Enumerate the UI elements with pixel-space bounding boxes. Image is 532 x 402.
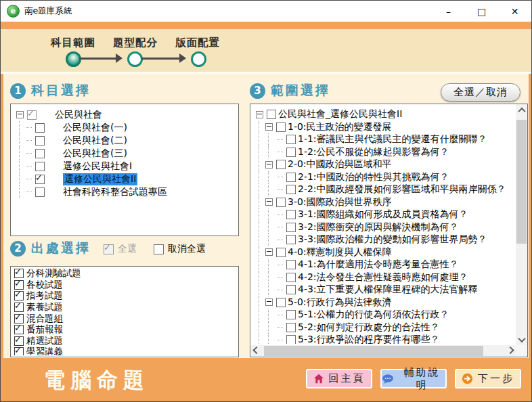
item-checkbox[interactable] (35, 175, 45, 184)
range-tree-item[interactable]: 1-0:民主政治的變遷發展 (252, 121, 514, 134)
collapse-toggle-icon[interactable] (256, 111, 263, 118)
item-checkbox[interactable] (286, 210, 296, 219)
item-checkbox[interactable] (35, 149, 45, 158)
subject-tree-item[interactable]: 選修公民與社會I (12, 160, 237, 173)
item-label[interactable]: 4-0:釋憲制度與人權保障 (288, 246, 392, 259)
item-checkbox[interactable] (14, 303, 24, 312)
item-checkbox[interactable] (276, 198, 286, 207)
item-checkbox[interactable] (286, 260, 296, 269)
range-tree-item[interactable]: 4-2:法令發生合憲性疑義時應如何處理？ (252, 271, 514, 284)
source-list-item[interactable]: 精選試題 (12, 336, 237, 347)
range-tree-item[interactable]: 4-0:釋憲制度與人權保障 (252, 246, 514, 259)
item-checkbox[interactable] (35, 162, 45, 171)
deselect-all-checkbox[interactable]: 取消全選 (154, 243, 206, 255)
item-label[interactable]: 公民與社會(二) (63, 135, 127, 147)
item-checkbox[interactable] (286, 273, 296, 282)
range-tree-item[interactable]: 5-2:如何判定行政處分的合法性？ (252, 321, 514, 334)
item-label[interactable]: 2-2:中國政經發展如何影響區域和平與兩岸關係？ (298, 183, 506, 196)
range-tree-item[interactable]: 1-2:公民不服從的緣起與影響為何？ (252, 146, 514, 159)
range-tree-item[interactable]: 5-3:行政爭訟的程序要件有哪些？ (252, 334, 514, 344)
item-label[interactable]: 3-3:國際政治權力的變動如何影響世界局勢？ (298, 233, 487, 246)
item-label[interactable]: 5-1:公權力的行使為何須依法行政？ (298, 309, 449, 321)
range-tree-item[interactable]: 2-2:中國政經發展如何影響區域和平與兩岸關係？ (252, 183, 514, 196)
item-label[interactable]: 5-2:如何判定行政處分的合法性？ (298, 321, 440, 334)
item-label[interactable]: 4-3:立下重要人權保障里程碑的大法官解釋 (298, 284, 478, 296)
scroll-right-icon[interactable] (504, 345, 516, 357)
item-label[interactable]: 選修公民與社會I (63, 160, 132, 173)
item-checkbox[interactable] (27, 110, 37, 120)
horizontal-scrollbar[interactable] (250, 345, 516, 357)
item-checkbox[interactable] (286, 223, 296, 232)
range-tree-item[interactable]: 2-0:中國政治與區域和平 (252, 158, 514, 171)
item-checkbox[interactable] (276, 122, 286, 132)
item-label[interactable]: 1-0:民主政治的變遷發展 (288, 121, 392, 133)
range-tree-item[interactable]: 3-2:國際衝突的原因與解決機制為何？ (252, 221, 514, 234)
item-label[interactable]: 4-1:為什麼適用法令時應考量合憲性？ (298, 259, 459, 271)
subject-tree-item[interactable]: 公民與社會(二) (12, 134, 237, 147)
scroll-left-icon[interactable] (250, 345, 262, 357)
toggle-all-button[interactable]: 全選／取消 (441, 83, 520, 102)
item-checkbox[interactable] (286, 135, 296, 144)
range-tree-item[interactable]: 3-3:國際政治權力的變動如何影響世界局勢？ (252, 233, 514, 246)
range-tree-item[interactable]: 4-3:立下重要人權保障里程碑的大法官解釋 (252, 284, 514, 296)
item-label[interactable]: 4-2:法令發生合憲性疑義時應如何處理？ (298, 271, 468, 284)
maximize-button[interactable]: □ (465, 1, 498, 22)
range-tree-item[interactable]: 5-0:行政行為與法律救濟 (252, 296, 514, 309)
item-label[interactable]: 公民與社會(一) (63, 122, 127, 134)
item-checkbox[interactable] (286, 285, 296, 294)
collapse-toggle-icon[interactable] (16, 111, 24, 118)
item-checkbox[interactable] (286, 173, 296, 182)
subject-tree-item[interactable]: 公民與社會(三) (12, 147, 237, 160)
subject-tree-item[interactable]: 公民與社會 (12, 108, 237, 121)
range-tree-item[interactable]: 4-1:為什麼適用法令時應考量合憲性？ (252, 259, 514, 271)
item-checkbox[interactable] (14, 347, 24, 355)
source-list-item[interactable]: 各校試題 (12, 280, 237, 291)
collapse-toggle-icon[interactable] (265, 161, 273, 169)
item-checkbox[interactable] (35, 136, 45, 146)
item-checkbox[interactable] (35, 123, 45, 133)
item-label[interactable]: 3-1:國際組織如何形成及成員資格為何？ (298, 208, 468, 221)
minimize-button[interactable]: – (432, 1, 465, 22)
item-label[interactable]: 1-1:審議民主與代議民主的變遷有什麼關聯？ (298, 133, 487, 146)
source-list-item[interactable]: 學習講義 (12, 347, 237, 355)
item-checkbox[interactable] (276, 248, 286, 257)
collapse-toggle-icon[interactable] (265, 198, 273, 206)
item-checkbox[interactable] (286, 148, 296, 157)
item-label[interactable]: 5-3:行政爭訟的程序要件有哪些？ (298, 334, 440, 344)
source-list-item[interactable]: 番茄報報 (12, 324, 237, 336)
source-list-item[interactable]: 指考試題 (12, 290, 237, 302)
item-label[interactable]: 社會科跨科整合試題專區 (63, 186, 167, 198)
item-label[interactable]: 1-2:公民不服從的緣起與影響為何？ (298, 146, 449, 158)
range-tree-item[interactable]: 公民與社會_選修公民與社會II (252, 108, 514, 121)
item-label[interactable]: 3-0:國際政治與世界秩序 (288, 196, 392, 208)
item-label[interactable]: 公民與社會_選修公民與社會II (278, 108, 402, 120)
item-checkbox[interactable] (276, 298, 286, 307)
collapse-toggle-icon[interactable] (265, 248, 273, 256)
checkbox-icon[interactable] (154, 244, 164, 254)
range-tree-item[interactable]: 2-1:中國政治的特性與其挑戰為何？ (252, 171, 514, 184)
item-checkbox[interactable] (14, 336, 24, 346)
subject-tree-item[interactable]: 公民與社會(一) (12, 121, 237, 134)
vertical-scrollbar[interactable] (516, 104, 527, 345)
home-button[interactable]: 回主頁 (306, 369, 372, 388)
item-label[interactable]: 3-2:國際衝突的原因與解決機制為何？ (298, 221, 459, 233)
help-button[interactable]: 輔助說明 (380, 369, 447, 388)
item-checkbox[interactable] (286, 185, 296, 194)
item-label[interactable]: 公民與社會(三) (63, 148, 127, 160)
range-tree-item[interactable]: 1-1:審議民主與代議民主的變遷有什麼關聯？ (252, 133, 514, 146)
item-checkbox[interactable] (286, 335, 296, 344)
subject-tree-item[interactable]: 社會科跨科整合試題專區 (12, 185, 237, 198)
item-checkbox[interactable] (14, 269, 24, 278)
item-checkbox[interactable] (14, 291, 24, 300)
scrollbar-thumb[interactable] (516, 120, 527, 244)
item-checkbox[interactable] (14, 314, 24, 323)
next-step-button[interactable]: 下一步 (455, 369, 521, 388)
item-checkbox[interactable] (286, 235, 296, 244)
item-checkbox[interactable] (276, 160, 286, 169)
scrollbar-thumb[interactable] (264, 346, 483, 356)
item-label[interactable]: 5-0:行政行為與法律救濟 (288, 296, 392, 309)
scroll-up-icon[interactable] (516, 104, 527, 116)
item-checkbox[interactable] (267, 110, 276, 119)
range-tree-item[interactable]: 5-1:公權力的行使為何須依法行政？ (252, 309, 514, 321)
close-button[interactable]: ✕ (498, 1, 531, 22)
